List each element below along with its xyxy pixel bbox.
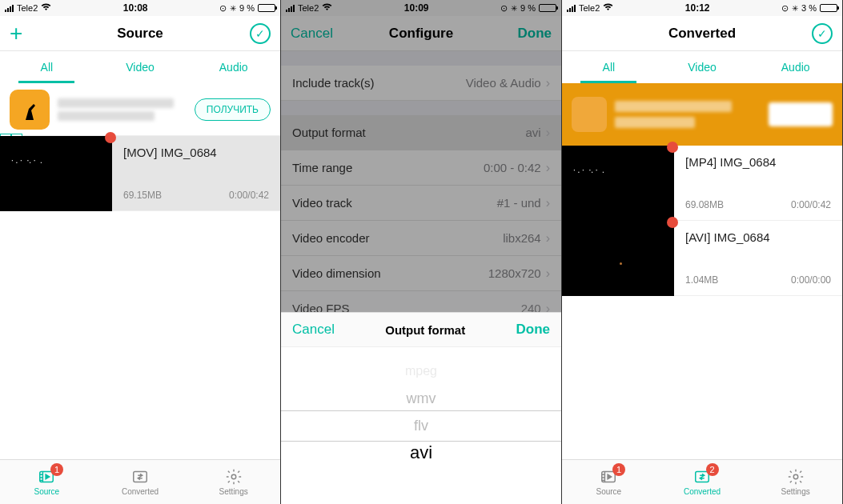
- tab-audio[interactable]: Audio: [749, 51, 842, 83]
- badge: 2: [706, 463, 719, 476]
- chevron-right-icon: ›: [546, 231, 550, 246]
- check-icon: ✓: [255, 27, 265, 40]
- page-title: Configure: [389, 26, 453, 42]
- ad-banner[interactable]: ПОЛУЧИТЬ ▷i: [0, 83, 280, 136]
- picker-title: Output format: [385, 323, 465, 337]
- chevron-right-icon: ›: [546, 161, 550, 175]
- chevron-right-icon: ›: [546, 76, 550, 90]
- clock: 10:08: [123, 2, 148, 14]
- row-video-dimension[interactable]: Video dimension 1280x720›: [281, 256, 561, 291]
- file-duration: 0:00/0:42: [229, 190, 269, 201]
- unread-dot-icon: [667, 217, 678, 228]
- segment-tabs: All Video Audio: [562, 51, 842, 83]
- file-size: 1.04MB: [685, 274, 718, 286]
- ad-text: [58, 98, 187, 121]
- lock-icon: ⊙: [781, 3, 789, 14]
- row-output-format[interactable]: Output format avi›: [281, 115, 561, 150]
- bluetooth-icon: ✳: [511, 4, 517, 13]
- page-title: Converted: [668, 26, 736, 42]
- tab-audio[interactable]: Audio: [187, 51, 280, 83]
- select-mode-button[interactable]: ✓: [812, 23, 833, 44]
- tabbar-settings[interactable]: Settings: [187, 460, 280, 504]
- tab-bar: Source 1 Converted Settings: [0, 459, 280, 504]
- row-video-encoder[interactable]: Video encoder libx264›: [281, 221, 561, 256]
- chevron-right-icon: ›: [546, 266, 550, 281]
- ad-cta-button[interactable]: ПОЛУЧИТЬ: [195, 98, 271, 121]
- screen-converted: Tele2 10:12 ⊙ ✳ 3 % Converted ✓ All Vide…: [562, 0, 843, 504]
- picker-cancel-button[interactable]: Cancel: [292, 322, 335, 338]
- picker-wheel[interactable]: mpeg wmv flv avi: [281, 347, 561, 504]
- carrier-label: Tele2: [298, 3, 319, 13]
- chevron-right-icon: ›: [546, 196, 550, 210]
- cancel-button[interactable]: Cancel: [291, 26, 333, 42]
- battery-icon: [539, 4, 556, 12]
- nav-bar: Cancel Configure Done: [281, 16, 561, 51]
- picker-done-button[interactable]: Done: [516, 322, 551, 338]
- carrier-label: Tele2: [579, 3, 600, 13]
- unread-dot-icon: [667, 142, 678, 153]
- carrier-label: Tele2: [17, 3, 38, 13]
- check-icon: ✓: [817, 27, 827, 40]
- tabbar-settings[interactable]: Settings: [749, 460, 842, 504]
- svg-point-5: [793, 474, 798, 479]
- file-duration: 0:00/0:42: [791, 199, 831, 210]
- battery-icon: [820, 4, 837, 12]
- status-bar: Tele2 10:12 ⊙ ✳ 3 %: [562, 0, 842, 16]
- segment-tabs: All Video Audio: [0, 51, 280, 83]
- file-name: [AVI] IMG_0684: [685, 230, 831, 244]
- picker-option[interactable]: flv: [414, 412, 428, 439]
- page-title: Source: [117, 26, 163, 42]
- ad-app-icon: [10, 90, 50, 130]
- tabbar-converted[interactable]: Converted: [94, 460, 187, 504]
- wifi-icon: [603, 3, 613, 13]
- tabbar-label: Settings: [781, 487, 810, 496]
- ad-cta-button[interactable]: [769, 102, 833, 126]
- tabbar-label: Converted: [122, 487, 159, 496]
- clock: 10:09: [404, 2, 429, 14]
- picker-toolbar: Cancel Output format Done: [281, 312, 561, 347]
- picker-option-selected[interactable]: avi: [410, 439, 432, 466]
- tab-all[interactable]: All: [562, 51, 656, 83]
- unread-dot-icon: [105, 132, 116, 143]
- done-button[interactable]: Done: [518, 26, 552, 42]
- battery-pct: 9 %: [239, 3, 255, 13]
- wifi-icon: [41, 3, 51, 13]
- gear-icon: [787, 468, 805, 486]
- tabbar-converted[interactable]: Converted 2: [656, 460, 749, 504]
- tabbar-source[interactable]: Source 1: [0, 460, 94, 504]
- screen-source: Tele2 10:08 ⊙ ✳ 9 % + Source ✓ All Video…: [0, 0, 281, 504]
- clock: 10:12: [685, 2, 710, 14]
- picker-option[interactable]: mpeg: [405, 358, 437, 385]
- status-bar: Tele2 10:09 ⊙ ✳ 9 %: [281, 0, 561, 16]
- picker-sheet: Cancel Output format Done mpeg wmv flv a…: [281, 312, 561, 504]
- tabbar-label: Source: [596, 487, 621, 496]
- converted-icon: [131, 468, 149, 486]
- picker-option[interactable]: wmv: [407, 385, 436, 412]
- tabbar-label: Source: [34, 487, 59, 496]
- svg-point-2: [231, 474, 236, 479]
- file-duration: 0:00/0:00: [791, 274, 831, 286]
- tab-video[interactable]: Video: [94, 51, 187, 83]
- select-mode-button[interactable]: ✓: [250, 23, 271, 44]
- ad-banner[interactable]: [562, 83, 842, 146]
- nav-bar: Converted ✓: [562, 16, 842, 51]
- wifi-icon: [322, 3, 332, 13]
- tab-all[interactable]: All: [0, 51, 94, 83]
- row-include-tracks[interactable]: Include track(s) Video & Audio›: [281, 66, 561, 101]
- row-video-track[interactable]: Video track #1 - und›: [281, 186, 561, 221]
- file-row[interactable]: [MOV] IMG_0684 69.15MB 0:00/0:42: [0, 136, 280, 211]
- lock-icon: ⊙: [219, 3, 227, 14]
- tabbar-source[interactable]: Source 1: [562, 460, 656, 504]
- lock-icon: ⊙: [500, 3, 508, 14]
- file-row[interactable]: [AVI] IMG_0684 1.04MB 0:00/0:00: [562, 221, 842, 296]
- file-thumbnail: [562, 221, 674, 296]
- tab-video[interactable]: Video: [656, 51, 749, 83]
- chevron-right-icon: ›: [546, 126, 550, 140]
- nav-bar: + Source ✓: [0, 16, 280, 51]
- file-thumbnail: [0, 136, 112, 211]
- screen-configure: Tele2 10:09 ⊙ ✳ 9 % Cancel Configure Don…: [281, 0, 562, 504]
- file-row[interactable]: [MP4] IMG_0684 69.08MB 0:00/0:42: [562, 146, 842, 221]
- add-button[interactable]: +: [10, 22, 22, 45]
- row-time-range[interactable]: Time range 0:00 - 0:42›: [281, 150, 561, 186]
- bluetooth-icon: ✳: [792, 4, 798, 13]
